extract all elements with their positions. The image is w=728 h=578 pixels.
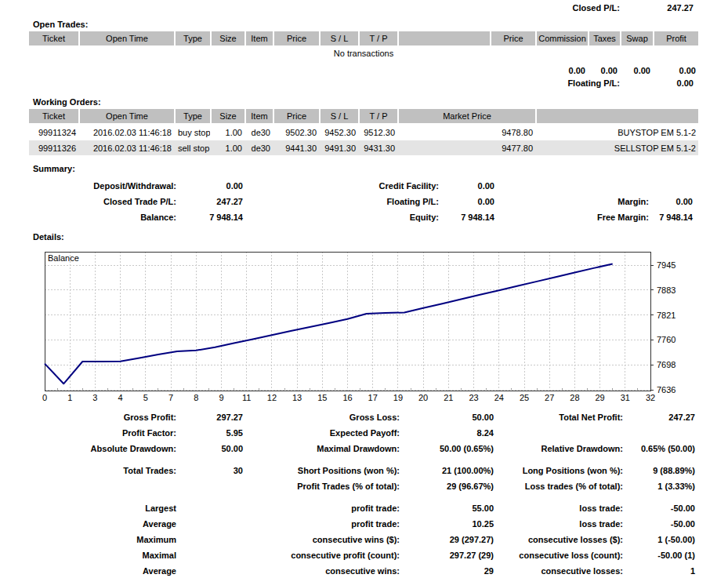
stat-label [494, 425, 623, 441]
svg-text:8: 8 [194, 393, 198, 402]
svg-text:32: 32 [646, 393, 655, 402]
svg-text:0: 0 [42, 393, 47, 402]
stat-value: 1 (3.33%) [623, 478, 695, 494]
stat-row: Maximumconsecutive wins ($):29 (297.27)c… [27, 532, 695, 547]
stat-label: consecutive wins: [243, 563, 400, 578]
svg-text:24: 24 [494, 393, 504, 402]
stat-label: consecutive losses ($): [494, 532, 623, 547]
summary-label: Equity: [243, 209, 439, 225]
stat-value: -50.00 [623, 500, 695, 516]
stat-label: Relative Drawdown: [494, 441, 623, 456]
group-gap [27, 494, 695, 500]
stat-label: Total Trades: [27, 463, 176, 478]
summary-label: Free Margin: [494, 209, 649, 225]
group-gap [27, 456, 695, 463]
wo-col-header-item: Item [246, 109, 273, 123]
stat-label: Gross Profit: [27, 409, 176, 425]
wo-col-header-size: Size [212, 109, 244, 123]
stat-value: 297.27 [176, 409, 243, 425]
stat-value: 21 (100.00%) [400, 463, 494, 478]
stat-value: -50.00 [623, 516, 695, 532]
svg-text:19: 19 [393, 393, 403, 402]
open-trades-totals-row: 0.000.000.000.00 [29, 63, 698, 78]
svg-text:28: 28 [570, 393, 579, 402]
wo-cell-comment: BUYSTOP EM 5.1-2 [537, 125, 698, 140]
svg-text:12: 12 [267, 393, 277, 402]
wo-col-header-s-l: S / L [321, 109, 358, 123]
working-orders-header-row: TicketOpen TimeTypeSizeItemPriceS / LT /… [29, 109, 698, 123]
ot-total-spacer [491, 63, 535, 78]
wo-cell-sl: 9491.30 [321, 140, 358, 155]
stat-value: -50.00 (1) [623, 547, 695, 563]
stat-value: 1 [623, 563, 695, 578]
wo-cell-sl: 9452.30 [321, 125, 358, 140]
wo-cell-price: 9502.30 [274, 125, 319, 140]
stat-label: consecutive loss (count): [494, 547, 623, 563]
stat-value: 1 (-50.00) [623, 532, 695, 547]
ot-col-header-t-p: T / P [360, 31, 397, 45]
ot-total-spacer [246, 63, 273, 78]
open-trades-title: Open Trades: [33, 20, 88, 29]
summary-label: Deposit/Withdrawal: [27, 178, 176, 194]
stat-label: Average [27, 516, 176, 532]
stat-label [27, 478, 176, 494]
ot-total-spacer [399, 63, 490, 78]
statement-page: Closed P/L: 247.27 Open Trades: TicketOp… [0, 0, 728, 578]
stat-label: loss trade: [494, 516, 623, 532]
stat-label: consecutive profit (count): [243, 547, 400, 563]
summary-value: 0.00 [649, 194, 693, 209]
stat-label: Average [27, 563, 176, 578]
balance-chart: 0134578911121315161719202123242527282931… [38, 249, 696, 408]
working-order-row: 999113262016.02.03 11:46:18sell stop1.00… [29, 140, 698, 155]
ot-total-value: 0.00 [589, 63, 620, 78]
wo-cell-ticket: 99911324 [29, 125, 78, 140]
stat-label: Profit Trades (% of total): [243, 478, 400, 494]
svg-text:25: 25 [520, 393, 529, 402]
svg-text:7883: 7883 [657, 285, 675, 295]
stat-value: 8.24 [400, 425, 494, 441]
ot-total-spacer [176, 63, 210, 78]
stat-label: Maximal Drawdown: [243, 441, 400, 456]
wo-cell-tp: 9431.30 [360, 140, 397, 155]
ot-total-spacer [321, 63, 358, 78]
wo-col-header-market-price: Market Price [399, 109, 535, 123]
summary-label: Floating P/L: [243, 194, 439, 209]
stat-row: Total Trades:30Short Positions (won %):2… [27, 463, 695, 478]
stat-value: 29 (96.67%) [400, 478, 494, 494]
ot-total-value: 0.00 [621, 63, 653, 78]
stat-label: consecutive losses: [494, 563, 623, 578]
svg-text:5: 5 [143, 393, 148, 402]
closed-pl-value: 247.27 [620, 3, 698, 13]
floating-pl-row: Floating P/L: 0.00 [27, 78, 698, 88]
statistics-block: Gross Profit:297.27Gross Loss:50.00Total… [27, 409, 695, 578]
working-orders-title: Working Orders: [33, 97, 101, 107]
floating-pl-label: Floating P/L: [27, 78, 620, 88]
svg-text:15: 15 [317, 393, 327, 402]
stat-label: Largest [27, 500, 176, 516]
wo-col-header-price: Price [274, 109, 319, 123]
wo-cell-open-time: 2016.02.03 11:46:18 [80, 125, 174, 140]
ot-col-header-price: Price [274, 31, 319, 45]
open-trades-header-row: TicketOpen TimeTypeSizeItemPriceS / LT /… [29, 31, 698, 45]
wo-col-header-open-time: Open Time [80, 109, 174, 123]
stat-label: Loss trades (% of total): [494, 478, 623, 494]
stat-value: 50.00 [400, 409, 494, 425]
svg-text:29: 29 [595, 393, 604, 402]
svg-text:3: 3 [92, 393, 97, 402]
stat-value [623, 425, 695, 441]
ot-col-header-ticket: Ticket [29, 31, 78, 45]
svg-text:7945: 7945 [657, 260, 675, 270]
stat-row: Profit Trades (% of total):29 (96.67%)Lo… [27, 478, 695, 494]
svg-text:31: 31 [621, 393, 630, 402]
stat-row: Gross Profit:297.27Gross Loss:50.00Total… [27, 409, 695, 425]
wo-cell-comment: SELLSTOP EM 5.1-2 [537, 140, 698, 155]
summary-title: Summary: [33, 164, 75, 173]
svg-text:9: 9 [219, 393, 223, 402]
stat-label: Gross Loss: [243, 409, 400, 425]
ot-total-value: 0.00 [537, 63, 588, 78]
svg-text:1: 1 [67, 393, 72, 402]
summary-label: Balance: [27, 209, 176, 225]
stat-value: 55.00 [400, 500, 494, 516]
svg-text:17: 17 [368, 393, 378, 402]
wo-cell-market-price: 9478.80 [399, 125, 535, 140]
